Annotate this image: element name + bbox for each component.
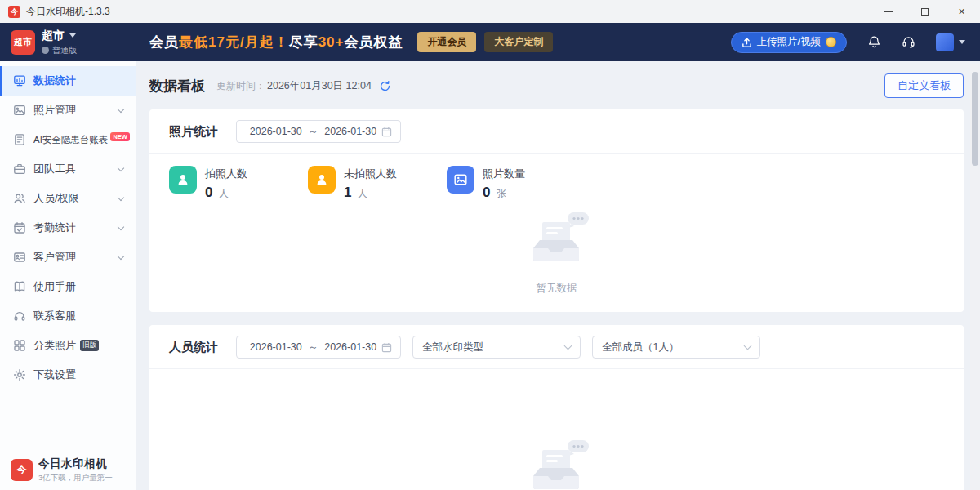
stat-value: 1: [344, 185, 351, 200]
sidebar-item-label: AI安全隐患台账表: [33, 134, 108, 146]
stat-not-photographed-count: 未拍照人数 1 人: [308, 166, 447, 201]
photo-icon: [13, 104, 26, 117]
window-title: 今日水印相机-1.3.3: [26, 5, 110, 19]
person-stats-card: 人员统计 2026-01-30 ～ 2026-01-30 全部水印类型: [149, 325, 964, 490]
plan-badge-icon: [42, 47, 49, 54]
promo-count: 30+: [318, 34, 345, 51]
stat-value: 0: [205, 185, 212, 200]
upload-icon: [742, 37, 752, 47]
update-time-label: 更新时间：: [216, 79, 265, 93]
id-card-icon: [13, 251, 26, 264]
scrollbar-thumb[interactable]: [972, 72, 978, 166]
person-date-range-picker[interactable]: 2026-01-30 ～ 2026-01-30: [236, 336, 401, 359]
sidebar-item-user-manual[interactable]: 使用手册: [0, 272, 136, 301]
sidebar-item-data-stats[interactable]: 数据统计: [0, 66, 136, 96]
gear-icon: [13, 368, 26, 381]
calendar-icon: [381, 342, 392, 353]
chart-icon: [13, 74, 26, 87]
chevron-down-icon: [118, 223, 124, 229]
stat-photographed-count: 拍照人数 0 人: [169, 166, 308, 201]
empty-state: 暂无数据: [149, 201, 964, 312]
stat-label: 未拍照人数: [344, 167, 397, 181]
person-icon: [169, 166, 197, 194]
date-start: 2026-01-30: [250, 126, 302, 137]
maximize-button[interactable]: [906, 0, 943, 23]
main-content: 数据看板 更新时间： 2026年01月30日 12:04 自定义看板 照片统计 …: [136, 61, 980, 490]
date-end: 2026-01-30: [324, 126, 376, 137]
coin-icon: [826, 37, 836, 47]
user-account-menu[interactable]: [936, 33, 965, 51]
stat-label: 照片数量: [483, 167, 525, 181]
stat-label: 拍照人数: [205, 167, 247, 181]
customer-service-button[interactable]: [902, 35, 915, 49]
stat-unit: 人: [219, 188, 229, 199]
date-separator: ～: [308, 341, 318, 353]
briefcase-icon: [13, 163, 26, 176]
sidebar-item-customer-management[interactable]: 客户管理: [0, 243, 136, 272]
bell-icon: [867, 35, 881, 49]
minimize-icon: [884, 11, 893, 12]
watermark-type-select[interactable]: 全部水印类型: [412, 336, 581, 359]
sidebar-item-label: 团队工具: [33, 162, 76, 176]
stat-photo-count: 照片数量 0 张: [447, 166, 586, 201]
window-titlebar: 今 今日水印相机-1.3.3 ✕: [0, 0, 980, 23]
open-vip-button[interactable]: 开通会员: [417, 32, 476, 52]
sidebar-item-attendance-stats[interactable]: 考勤统计: [0, 213, 136, 243]
person-stats-title: 人员统计: [169, 340, 218, 355]
sidebar-item-label: 照片管理: [33, 103, 76, 118]
photo-stats-title: 照片统计: [169, 124, 218, 140]
chevron-down-icon: [118, 164, 124, 171]
date-separator: ～: [308, 126, 318, 137]
customize-dashboard-button[interactable]: 自定义看板: [884, 74, 964, 98]
maximize-icon: [921, 8, 929, 16]
chevron-down-icon: [118, 252, 124, 259]
enterprise-custom-button[interactable]: 大客户定制: [484, 32, 553, 52]
sidebar-item-photo-management[interactable]: 照片管理: [0, 96, 136, 125]
plan-name: 普通版: [52, 45, 77, 56]
no-data-illustration: [522, 211, 592, 278]
chevron-down-icon: [69, 33, 76, 38]
empty-state: [149, 439, 964, 490]
headset-icon: [902, 35, 915, 49]
minimize-button[interactable]: [870, 0, 906, 23]
sidebar-footer-brand: 今 今日水印相机 3亿下载，用户量第一: [11, 457, 113, 483]
refresh-button[interactable]: [379, 80, 391, 92]
promo-price: 最低17元/月起！: [179, 33, 289, 51]
sidebar-item-label: 人员/权限: [33, 191, 79, 206]
promo-text: 尽享: [289, 33, 318, 51]
sidebar-item-members-permissions[interactable]: 人员/权限: [0, 184, 136, 213]
sidebar-item-label: 使用手册: [33, 279, 76, 294]
book-icon: [13, 280, 26, 293]
sidebar-item-ai-safety-ledger[interactable]: AI安全隐患台账表 NEW: [0, 125, 136, 154]
refresh-icon: [379, 80, 391, 92]
sidebar-item-classified-photos[interactable]: 分类照片 旧版: [0, 331, 136, 360]
brand-logo-icon: 今: [11, 459, 33, 481]
photo-date-range-picker[interactable]: 2026-01-30 ～ 2026-01-30: [236, 120, 401, 143]
sidebar-item-label: 客户管理: [33, 250, 76, 265]
chevron-down-icon: [744, 342, 752, 350]
app-icon: 今: [8, 6, 20, 18]
grid-icon: [13, 339, 26, 352]
sidebar-item-contact-support[interactable]: 联系客服: [0, 301, 136, 331]
chevron-down-icon: [118, 105, 124, 112]
scrollbar-track[interactable]: [970, 64, 980, 490]
team-switcher[interactable]: 超市 超市 普通版: [0, 29, 136, 56]
person-icon: [308, 166, 336, 194]
headset-icon: [13, 310, 26, 323]
stat-unit: 张: [497, 188, 506, 199]
watermark-type-value: 全部水印类型: [422, 341, 483, 354]
image-icon: [447, 166, 474, 194]
calendar-icon: [381, 127, 392, 137]
member-select[interactable]: 全部成员（1人）: [592, 336, 760, 359]
upload-photo-video-button[interactable]: 上传照片/视频: [731, 32, 847, 53]
sidebar-item-team-tools[interactable]: 团队工具: [0, 154, 136, 184]
avatar: [936, 33, 954, 51]
sidebar-item-download-settings[interactable]: 下载设置: [0, 360, 136, 390]
sidebar: 数据统计 照片管理 AI安全隐患台账表 NEW 团队工具 人员/权限: [0, 61, 136, 490]
notification-bell-button[interactable]: [867, 35, 881, 49]
chevron-down-icon: [564, 342, 572, 350]
promo-text: 会员权益: [344, 33, 403, 51]
sidebar-item-label: 下载设置: [33, 368, 76, 382]
close-button[interactable]: ✕: [943, 0, 980, 23]
member-value: 全部成员（1人）: [602, 341, 679, 354]
